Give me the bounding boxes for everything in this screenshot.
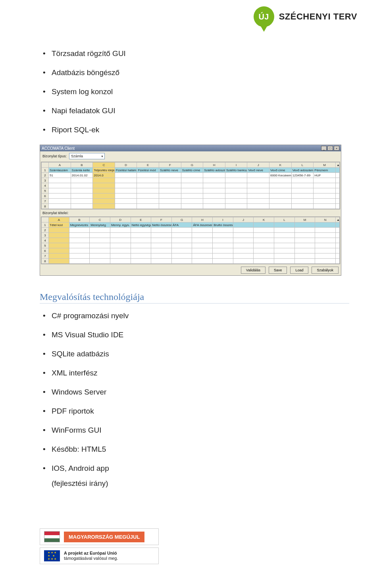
app-screenshot: ACCOMATA Client _ □ × Bizonylat típus: S… (40, 145, 341, 276)
maximize-icon[interactable]: □ (327, 146, 333, 151)
list-item: Később: HTML5 (40, 445, 349, 454)
sub-note: (fejlesztési irány) (40, 479, 349, 488)
grid2-label: Bizonylat tételei: (40, 210, 341, 216)
eu-flag-icon: ★ ★ ★★ ★★ ★ ★ (44, 550, 60, 561)
list-item: MS Visual Studio IDE (40, 331, 349, 339)
list-item: Napi feladatok GUI (40, 106, 349, 115)
grid-header[interactable]: ABCDEFGHIJKLM▲1SzámlaszámSzámla kelteTel… (41, 162, 340, 209)
list-item: WinForms GUI (40, 426, 349, 435)
validate-button[interactable]: Validálás (241, 267, 266, 274)
window-title: ACCOMATA Client (42, 146, 75, 151)
list-item: Riport SQL-ek (40, 126, 349, 134)
logo-badge: ÚJ (254, 6, 274, 27)
list-item: Windows Server (40, 388, 349, 397)
eu-line1: A projekt az Európai Unió (64, 551, 118, 556)
rules-button[interactable]: Szabályok (312, 267, 339, 274)
logo-szechenyi: ÚJ SZÉCHENYI TERV (254, 6, 357, 27)
logo-text: SZÉCHENYI TERV (279, 12, 357, 22)
list-item: IOS, Android app (40, 464, 349, 473)
hungary-flag-icon (44, 531, 60, 542)
list-item: XML interfész (40, 369, 349, 377)
load-button[interactable]: Load (290, 267, 308, 274)
minimize-icon[interactable]: _ (321, 146, 327, 151)
window-titlebar: ACCOMATA Client _ □ × (40, 145, 341, 151)
eu-line2: támogatásával valósul meg. (64, 556, 118, 561)
top-bullet-list: Törzsadat rögzítő GUI Adatbázis böngésző… (40, 49, 349, 134)
list-item: Törzsadat rögzítő GUI (40, 49, 349, 58)
footer-banner: MAGYARORSZÁG MEGÚJUL ★ ★ ★★ ★★ ★ ★ A pro… (40, 528, 159, 564)
list-item: Adatbázis böngésző (40, 68, 349, 77)
type-combo[interactable]: Számla (69, 153, 105, 159)
section-heading: Megvalósítás technológiája (40, 292, 349, 304)
type-label: Bizonylat típus: (42, 154, 67, 158)
save-button[interactable]: Save (269, 267, 287, 274)
close-icon[interactable]: × (334, 146, 339, 151)
grid-items[interactable]: ABCDEFGHIJKLMN▲1Tétel kódMegnevezésMenny… (41, 217, 340, 264)
megjul-banner: MAGYARORSZÁG MEGÚJUL (64, 532, 144, 542)
list-item: System log konzol (40, 87, 349, 96)
bottom-bullet-list: C# programozási nyelv MS Visual Studio I… (40, 311, 349, 473)
list-item: SQLite adatbázis (40, 350, 349, 358)
list-item: C# programozási nyelv (40, 311, 349, 320)
list-item: PDF riportok (40, 407, 349, 416)
